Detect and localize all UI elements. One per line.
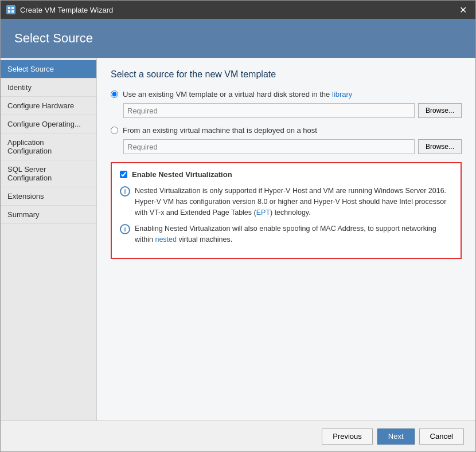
option2-input[interactable]	[123, 139, 415, 154]
sidebar-item-configure-operating[interactable]: Configure Operating...	[1, 115, 96, 133]
previous-button[interactable]: Previous	[322, 429, 373, 445]
sidebar-item-sql-server-configuration[interactable]: SQL Server Configuration	[1, 160, 96, 187]
info-icon-1: i	[120, 186, 130, 196]
content-area: Select Source Identity Configure Hardwar…	[1, 58, 475, 420]
info-block-2: i Enabling Nested Virtualization will al…	[120, 223, 452, 245]
close-button[interactable]: ✕	[456, 3, 470, 17]
footer: Previous Next Cancel	[1, 420, 475, 451]
window-title: Create VM Template Wizard	[20, 6, 113, 14]
sidebar-item-configure-hardware[interactable]: Configure Hardware	[1, 97, 96, 115]
option1-radio[interactable]	[111, 91, 118, 98]
enable-nested-virt-label[interactable]: Enable Nested Virtualization	[132, 170, 232, 179]
svg-rect-3	[11, 10, 14, 13]
sidebar-item-select-source[interactable]: Select Source	[1, 60, 96, 78]
info-text-1: Nested Virtualization is only supported …	[135, 186, 452, 218]
info-text-2: Enabling Nested Virtualization will also…	[135, 223, 452, 245]
page-title: Select Source	[14, 31, 93, 46]
nested-virtualization-section: Enable Nested Virtualization i Nested Vi…	[111, 162, 462, 259]
window-icon	[6, 5, 15, 14]
svg-rect-2	[8, 10, 10, 13]
option1-row: Use an existing VM template or a virtual…	[111, 90, 462, 99]
sidebar-item-identity[interactable]: Identity	[1, 78, 96, 97]
svg-rect-0	[8, 7, 10, 9]
info-icon-2: i	[120, 224, 130, 234]
enable-nested-virt-row: Enable Nested Virtualization	[120, 170, 452, 179]
option1-input-row: Browse...	[123, 103, 462, 118]
option2-input-row: Browse...	[123, 139, 462, 154]
option1-input[interactable]	[123, 103, 415, 118]
sidebar-item-extensions[interactable]: Extensions	[1, 187, 96, 206]
option1-label[interactable]: Use an existing VM template or a virtual…	[123, 90, 352, 99]
option2-label[interactable]: From an existing virtual machine that is…	[123, 126, 317, 135]
option2-browse-button[interactable]: Browse...	[418, 139, 462, 154]
main-panel: Select a source for the new VM template …	[97, 58, 475, 420]
sidebar-item-application-configuration[interactable]: Application Configuration	[1, 133, 96, 160]
cancel-button[interactable]: Cancel	[419, 429, 464, 445]
header-banner: Select Source	[1, 19, 475, 58]
title-bar-left: Create VM Template Wizard	[6, 5, 113, 14]
info-block-1: i Nested Virtualization is only supporte…	[120, 186, 452, 218]
option2-row: From an existing virtual machine that is…	[111, 126, 462, 135]
option2-radio[interactable]	[111, 127, 118, 134]
enable-nested-virt-checkbox[interactable]	[120, 171, 127, 178]
sidebar: Select Source Identity Configure Hardwar…	[1, 58, 97, 420]
sidebar-item-summary[interactable]: Summary	[1, 206, 96, 224]
main-section-title: Select a source for the new VM template	[111, 69, 462, 80]
title-bar: Create VM Template Wizard ✕	[1, 1, 475, 19]
option1-browse-button[interactable]: Browse...	[418, 103, 462, 118]
wizard-window: Create VM Template Wizard ✕ Select Sourc…	[0, 0, 476, 452]
svg-rect-1	[11, 7, 14, 9]
next-button[interactable]: Next	[377, 429, 415, 445]
